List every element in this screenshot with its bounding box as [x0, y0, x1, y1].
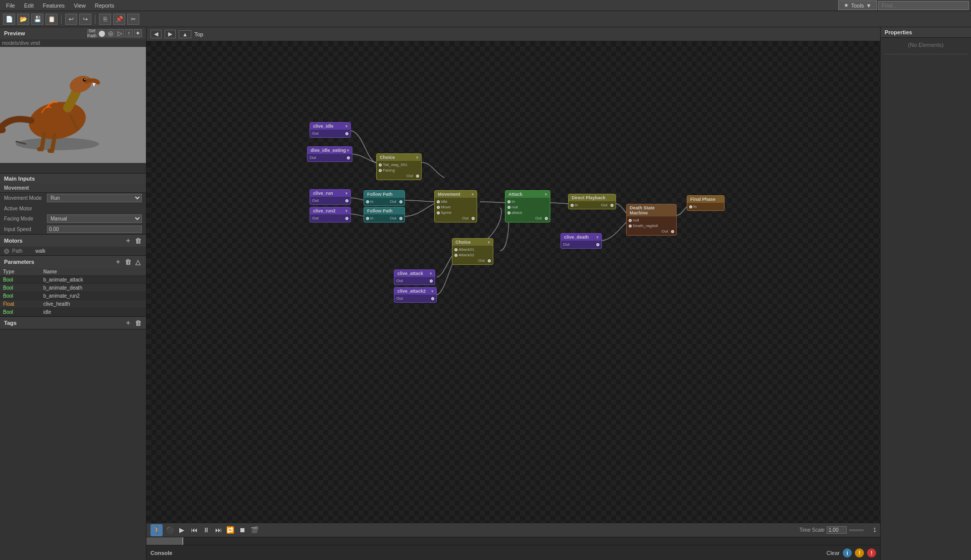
- preview-btn4[interactable]: ↑: [125, 29, 133, 37]
- motor-row-1: Path walk: [0, 247, 146, 255]
- redo-button[interactable]: ↪: [79, 14, 91, 25]
- paste-button[interactable]: 📌: [113, 14, 125, 25]
- node-clive-run[interactable]: clive_run ▾ Out: [310, 189, 351, 205]
- preview-btn1[interactable]: ⬤: [97, 29, 106, 37]
- animation-progress[interactable]: [146, 537, 880, 545]
- preview-btn5[interactable]: ✦: [134, 29, 142, 37]
- console-info-button[interactable]: i: [843, 548, 852, 557]
- nav-up-button[interactable]: ▲: [179, 30, 191, 38]
- menu-edit[interactable]: Edit: [20, 2, 38, 10]
- console-clear-button[interactable]: Clear: [827, 550, 840, 556]
- param-type-cell: Float: [0, 300, 40, 308]
- param-name-cell: b_animate_run2: [40, 292, 146, 300]
- param-type-cell: Bool: [0, 292, 40, 300]
- anim-play-button[interactable]: ▶: [177, 525, 187, 535]
- node-clive-run2[interactable]: clive_run2 ▾ Out: [310, 207, 351, 222]
- motors-delete-button[interactable]: 🗑: [134, 237, 142, 245]
- node-attack[interactable]: Attack ▾ In null attack Out: [505, 190, 550, 222]
- motors-add-button[interactable]: ＋: [124, 237, 132, 245]
- node-movement[interactable]: Movement ▾ Idle Move Sprint Out: [434, 190, 477, 222]
- node-clive-attack[interactable]: clive_attack ▾ Out: [394, 269, 435, 285]
- node-follow-path-1[interactable]: Follow Path In Out: [364, 190, 405, 206]
- table-row[interactable]: Floatclive_health: [0, 300, 146, 308]
- node-choice-2[interactable]: Choice ▾ Attack01 Attack02 Out: [452, 238, 493, 265]
- node-clive-death[interactable]: clive_death ▾ Out: [560, 233, 602, 249]
- menubar: File Edit Features View Reports ★ Tools …: [0, 0, 971, 11]
- menu-file[interactable]: File: [2, 2, 19, 10]
- walk-icon: 🚶: [150, 524, 163, 536]
- tags-section: Tags ＋ 🗑: [0, 317, 146, 329]
- undo-button[interactable]: ↩: [65, 14, 77, 25]
- tags-title: Tags: [4, 320, 17, 326]
- graph-canvas[interactable]: clive_idle ▾ Out dive_idle_eating ▾ O: [146, 41, 880, 523]
- anim-next-button[interactable]: ⏭: [213, 525, 223, 535]
- node-direct-playback[interactable]: Direct Playback In Out: [568, 194, 616, 209]
- input-speed-field[interactable]: [47, 226, 142, 233]
- menu-features[interactable]: Features: [39, 2, 69, 10]
- motor-path-label: Path: [12, 248, 32, 254]
- motor-dot: [4, 249, 9, 254]
- time-slider[interactable]: [849, 529, 864, 531]
- facing-mode-row: Facing Mode Manual Auto: [0, 213, 146, 224]
- graph-toolbar: ◀ ▶ ▲ Top: [146, 27, 880, 41]
- main-inputs-section: Main Inputs Movement Movement Mode Run W…: [0, 174, 146, 235]
- anim-stop-button[interactable]: ⏹: [237, 525, 247, 535]
- input-speed-row: Input Speed: [0, 224, 146, 234]
- tools-chevron-icon: ▼: [866, 3, 872, 9]
- node-choice-1[interactable]: Choice ▾ Tail_wag_001 Facing Out: [376, 153, 422, 180]
- time-scale-label: Time Scale: [799, 527, 825, 533]
- motors-title: Motors: [4, 238, 23, 244]
- open-button[interactable]: 📂: [17, 14, 29, 25]
- console-warn-button[interactable]: !: [855, 548, 864, 557]
- node-clive-idle[interactable]: clive_idle ▾ Out: [310, 122, 351, 138]
- menu-reports[interactable]: Reports: [91, 2, 119, 10]
- toolbar-separator-2: [95, 15, 95, 24]
- preview-btn2[interactable]: ◎: [107, 29, 115, 37]
- preview-btn3[interactable]: ▷: [116, 29, 124, 37]
- table-row[interactable]: Boolidle: [0, 308, 146, 316]
- tools-button[interactable]: ★ Tools ▼: [838, 1, 877, 10]
- time-scale-input[interactable]: [827, 526, 847, 534]
- saveas-button[interactable]: 📋: [45, 14, 58, 25]
- anim-loop-button[interactable]: 🔁: [225, 525, 235, 535]
- console-error-button[interactable]: !: [867, 548, 876, 557]
- motor-path-value: walk: [35, 248, 45, 254]
- preview-header: Preview Set Path ⬤ ◎ ▷ ↑ ✦: [0, 27, 146, 39]
- params-sort-icon: △: [134, 258, 142, 266]
- find-input[interactable]: [878, 1, 969, 10]
- right-panel: Properties (No Elements): [880, 27, 971, 560]
- tools-star-icon: ★: [844, 2, 849, 9]
- nav-back-button[interactable]: ◀: [150, 30, 162, 38]
- nav-forward-button[interactable]: ▶: [165, 30, 176, 38]
- node-follow-path-2[interactable]: Follow Path In Out: [364, 207, 405, 222]
- node-dive-idle-eating[interactable]: dive_idle_eating ▾ Out: [307, 146, 352, 162]
- preview-setpath-button[interactable]: Set Path: [87, 29, 96, 37]
- cut-button[interactable]: ✂: [127, 14, 139, 25]
- copy-button[interactable]: ⎘: [99, 14, 111, 25]
- tags-delete-button[interactable]: 🗑: [134, 319, 142, 327]
- animation-toolbar: 🚶 ⚫ ▶ ⏮ ⏸ ⏭ 🔁 ⏹ 🎬 Time Scale 1: [146, 523, 880, 537]
- params-add-button[interactable]: ＋: [114, 258, 122, 266]
- save-button[interactable]: 💾: [31, 14, 43, 25]
- menu-view[interactable]: View: [70, 2, 90, 10]
- tags-add-button[interactable]: ＋: [124, 319, 132, 327]
- movement-subsection-header: Movement: [0, 184, 146, 193]
- node-clive-attack2[interactable]: clive_attack2 ▾ Out: [394, 287, 437, 303]
- movement-mode-select[interactable]: Run Walk Idle: [47, 194, 142, 202]
- parameters-section: Parameters ＋ 🗑 △ Type Name Boolb_animate…: [0, 256, 146, 317]
- properties-header: Properties: [881, 27, 971, 38]
- facing-mode-select[interactable]: Manual Auto: [47, 214, 142, 223]
- new-button[interactable]: 📄: [3, 14, 15, 25]
- node-final-phase[interactable]: Final Phase In: [687, 195, 725, 211]
- anim-clip-button[interactable]: 🎬: [249, 525, 260, 535]
- table-row[interactable]: Boolb_animate_run2: [0, 292, 146, 300]
- toolbar-separator-1: [61, 15, 62, 24]
- params-delete-button[interactable]: 🗑: [124, 258, 132, 266]
- anim-record-button[interactable]: ⚫: [165, 525, 175, 535]
- table-row[interactable]: Boolb_animate_attack: [0, 276, 146, 284]
- node-death-state-machine[interactable]: Death State Machine null Death_ragdoll O…: [626, 204, 677, 236]
- table-row[interactable]: Boolb_animate_death: [0, 284, 146, 292]
- anim-pause-button[interactable]: ⏸: [201, 525, 211, 535]
- parameters-table: Type Name Boolb_animate_attackBoolb_anim…: [0, 268, 146, 316]
- anim-prev-button[interactable]: ⏮: [189, 525, 199, 535]
